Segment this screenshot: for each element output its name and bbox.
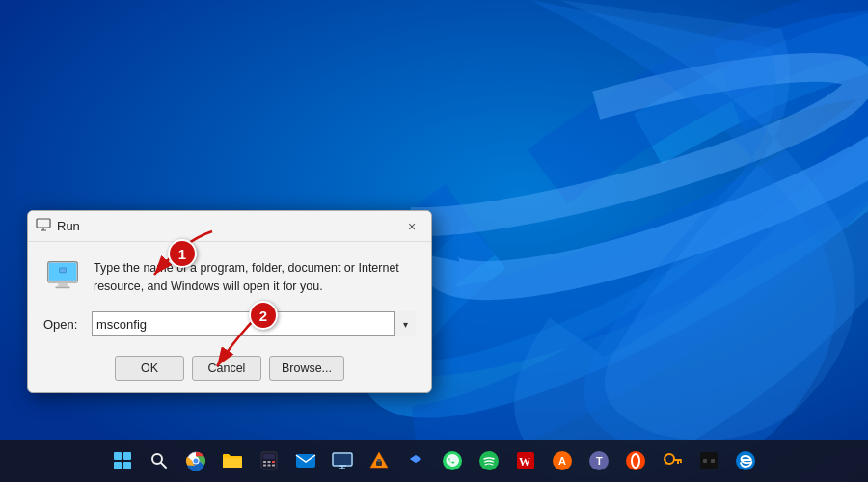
step-badge-2: 2 (249, 301, 278, 330)
svg-rect-7 (37, 219, 50, 228)
computer-icon (43, 257, 82, 296)
svg-rect-35 (272, 465, 275, 467)
svg-rect-30 (263, 461, 266, 463)
svg-rect-38 (334, 454, 351, 465)
svg-rect-22 (123, 462, 131, 469)
dialog-dropdown-arrow[interactable]: ▾ (394, 311, 416, 336)
svg-rect-62 (677, 461, 679, 464)
taskbar-opera[interactable] (620, 445, 651, 476)
taskbar-file-explorer[interactable] (217, 445, 248, 476)
taskbar-vlc[interactable] (364, 445, 394, 476)
taskbar-chrome[interactable] (180, 445, 211, 476)
svg-rect-20 (123, 452, 131, 460)
dialog-browse-button[interactable]: Browse... (269, 356, 344, 381)
svg-rect-29 (263, 454, 275, 459)
dialog-description: Type the name of a program, folder, docu… (94, 257, 416, 296)
dialog-title-text: Run (57, 219, 400, 233)
svg-rect-61 (680, 461, 682, 463)
step-badge-1: 1 (168, 239, 197, 268)
svg-rect-14 (55, 286, 69, 288)
taskbar-display[interactable] (327, 445, 358, 476)
svg-rect-33 (263, 465, 266, 467)
svg-marker-46 (410, 455, 421, 463)
svg-rect-44 (377, 459, 381, 462)
taskbar-windows-start[interactable] (107, 445, 138, 476)
svg-line-24 (161, 463, 166, 468)
svg-rect-19 (114, 452, 122, 460)
dialog-body: Type the name of a program, folder, docu… (28, 242, 431, 392)
taskbar-calculator[interactable] (254, 445, 285, 476)
taskbar-avast[interactable]: A (547, 445, 578, 476)
taskbar-dropbox[interactable] (400, 445, 431, 476)
svg-rect-34 (268, 465, 271, 467)
dialog-info-row: Type the name of a program, folder, docu… (43, 257, 416, 296)
svg-rect-65 (711, 459, 715, 463)
run-dialog: Run × Type t (27, 210, 432, 393)
svg-text:W: W (519, 455, 530, 469)
svg-rect-13 (58, 283, 68, 287)
taskbar-whatsapp[interactable] (437, 445, 468, 476)
desktop: Run × Type t (0, 0, 868, 482)
svg-rect-36 (296, 454, 315, 468)
svg-point-27 (194, 459, 199, 464)
taskbar-word[interactable]: W (510, 445, 541, 476)
dialog-open-row: Open: ▾ (43, 311, 416, 336)
dialog-titlebar: Run × (28, 211, 431, 242)
taskbar-spotify[interactable] (474, 445, 504, 476)
svg-rect-59 (665, 462, 667, 464)
dialog-buttons: OK Cancel Browse... (43, 352, 416, 381)
dialog-ok-button[interactable]: OK (115, 356, 184, 381)
dialog-close-button[interactable]: × (400, 215, 423, 238)
taskbar-key[interactable] (657, 445, 688, 476)
taskbar-edge[interactable] (730, 445, 761, 476)
taskbar-black-box[interactable] (693, 445, 724, 476)
svg-text:T: T (596, 455, 603, 467)
svg-rect-12 (48, 281, 77, 283)
run-title-icon (36, 218, 51, 234)
taskbar-search[interactable] (144, 445, 175, 476)
svg-rect-60 (674, 459, 682, 461)
svg-rect-16 (60, 268, 66, 272)
svg-rect-31 (268, 461, 271, 463)
taskbar: W A T (0, 440, 868, 482)
svg-point-66 (736, 451, 755, 470)
dialog-open-label: Open: (43, 317, 84, 332)
taskbar-teams[interactable]: T (583, 445, 614, 476)
svg-rect-63 (700, 452, 718, 469)
taskbar-mail[interactable] (290, 445, 321, 476)
svg-text:A: A (558, 455, 566, 467)
svg-rect-64 (703, 459, 707, 463)
svg-rect-21 (114, 462, 122, 469)
svg-rect-32 (272, 461, 275, 463)
dialog-cancel-button[interactable]: Cancel (192, 356, 261, 381)
